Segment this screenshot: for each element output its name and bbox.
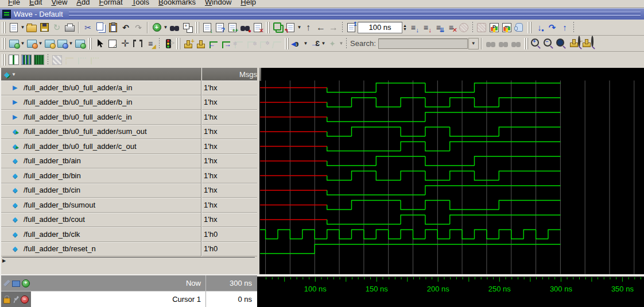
- zoom-range-icon[interactable]: ⌐: [580, 37, 593, 50]
- signal-name[interactable]: /full_adder_tb/cin: [24, 186, 80, 194]
- find-next-icon[interactable]: [497, 37, 510, 50]
- menu-item-bookmarks[interactable]: Bookmarks: [158, 0, 196, 6]
- toolbar-drag-handle[interactable]: [2, 22, 6, 33]
- save-icon[interactable]: [38, 21, 51, 34]
- toolbar-section-handle[interactable]: [88, 38, 92, 49]
- expand-items-icon[interactable]: +: [181, 21, 193, 34]
- sim-chip-orange-icon[interactable]: [25, 37, 38, 50]
- wave-group-dropdown-icon[interactable]: ▼: [11, 72, 16, 77]
- doc-delete-icon[interactable]: ✕: [251, 21, 264, 34]
- signal-row[interactable]: ▶/full_adder_tb/u0_full_adder/a_in: [1, 80, 201, 95]
- comment-stack-icon[interactable]: ↓: [201, 21, 214, 34]
- profile-p-icon[interactable]: P: [488, 21, 501, 34]
- signal-name[interactable]: /full_adder_tb/u0_full_adder/b_in: [24, 98, 132, 106]
- menu-item-help[interactable]: Help: [240, 0, 256, 6]
- run-continue-icon[interactable]: ≡↓: [420, 21, 432, 34]
- pause-hand-icon[interactable]: [513, 21, 526, 34]
- signal-value-cell[interactable]: 1'hx: [201, 154, 257, 169]
- menu-item-format[interactable]: Format: [99, 0, 122, 6]
- signal-value-cell[interactable]: 1'hx: [201, 110, 257, 125]
- signal-row[interactable]: ▶/full_adder_tb/u0_full_adder/c_in: [1, 110, 201, 125]
- find-all-icon[interactable]: [510, 37, 522, 50]
- menu-item-edit[interactable]: Edit: [29, 0, 42, 6]
- next-transition-dropdown-icon[interactable]: ▼: [321, 41, 326, 46]
- signal-name[interactable]: /full_adder_tb/ain: [24, 156, 81, 165]
- column-splitter[interactable]: [201, 68, 201, 274]
- signal-value-cell[interactable]: 1'hx: [201, 80, 257, 95]
- edge-right-icon[interactable]: →: [220, 37, 232, 50]
- run-all-icon[interactable]: ≡⇊: [432, 21, 445, 34]
- signal-row[interactable]: ◆/full_adder_tb/bin: [1, 168, 201, 183]
- search-dropdown-icon[interactable]: ▼: [468, 38, 479, 49]
- menu-item-file[interactable]: File: [8, 0, 20, 6]
- run-icon[interactable]: ≡↓: [407, 21, 420, 34]
- toolbar-drag-handle[interactable]: [2, 38, 6, 49]
- edit-cursor-icon[interactable]: [3, 280, 10, 287]
- restart-icon[interactable]: [475, 21, 488, 34]
- toolbar-drag-handle[interactable]: [2, 54, 6, 66]
- toolbar-section-handle[interactable]: [524, 38, 528, 49]
- search-input[interactable]: [378, 39, 468, 49]
- find-marked-icon[interactable]: ●: [239, 21, 251, 34]
- signal-row[interactable]: ◆/full_adder_tb/cin: [1, 183, 201, 198]
- signal-name[interactable]: /full_adder_tb/u0_full_adder/c_in: [24, 113, 132, 121]
- toolbar-section-handle[interactable]: [266, 22, 270, 33]
- wave-format-literal-icon[interactable]: [7, 53, 20, 66]
- prev-transition-icon[interactable]: ϶◀: [290, 37, 303, 50]
- pan-mode-icon[interactable]: ✛: [119, 37, 131, 50]
- stop-icon[interactable]: [457, 21, 470, 34]
- menu-item-view[interactable]: View: [51, 0, 67, 6]
- signal-name[interactable]: /full_adder_tb/sumout: [24, 201, 95, 209]
- lock-cursor-icon[interactable]: [3, 298, 10, 304]
- name-column-header[interactable]: ◆ ▼: [1, 68, 204, 81]
- zoom-cursor-icon[interactable]: [568, 37, 580, 50]
- signal-row[interactable]: ◆/full_adder_tb/cout: [1, 213, 201, 228]
- toolbar-section-handle[interactable]: [176, 38, 180, 49]
- wave-copy-icon[interactable]: ✲: [245, 37, 258, 50]
- signal-name[interactable]: /full_adder_tb/cout: [24, 215, 85, 224]
- arrow-back-icon[interactable]: ←: [315, 21, 327, 34]
- signal-value-cell[interactable]: 1'hx: [201, 95, 257, 110]
- sim-chip-dropdown-icon[interactable]: ▼: [38, 41, 43, 46]
- signal-row[interactable]: ◆/full_adder_tb/ain: [1, 154, 201, 169]
- traffic-light-icon[interactable]: ▷: [162, 37, 174, 50]
- sim-chip-gold-icon[interactable]: [43, 37, 56, 50]
- wave-format-logic-icon[interactable]: [20, 53, 33, 66]
- sim-chip-save-icon[interactable]: [56, 37, 68, 50]
- dock-grip-handle[interactable]: [69, 11, 641, 17]
- sim-chip-dropdown-icon[interactable]: ▼: [20, 41, 25, 46]
- run-length-spinner[interactable]: ▲▼: [403, 24, 407, 31]
- find-prev-icon[interactable]: [484, 37, 497, 50]
- messages-icon[interactable]: [12, 281, 20, 287]
- copy-icon[interactable]: [94, 21, 107, 34]
- find-binoculars-icon[interactable]: [168, 21, 181, 34]
- zoom-full-icon[interactable]: [555, 37, 568, 50]
- print-icon[interactable]: [63, 21, 76, 34]
- signal-row[interactable]: ◆/full_adder_tb/u0_full_adder/sum_out: [1, 125, 201, 140]
- signal-value-cell[interactable]: 1'hx: [201, 183, 257, 198]
- scroll-arrow-icon[interactable]: ▶: [2, 258, 6, 263]
- wave-insert-icon[interactable]: [270, 37, 283, 50]
- signal-value-cell[interactable]: 1'hx: [201, 168, 257, 183]
- select-pointer-icon[interactable]: [94, 37, 106, 50]
- step-into-icon[interactable]: ↓●: [533, 21, 546, 34]
- grid-pattern-icon[interactable]: [51, 53, 63, 66]
- signal-row[interactable]: ▶/full_adder_tb/u0_full_adder/b_in: [1, 95, 201, 110]
- new-doc-dropdown-icon[interactable]: ▼: [20, 25, 25, 30]
- redo-icon[interactable]: ↷: [132, 21, 145, 34]
- add-cursor-icon[interactable]: +: [22, 279, 30, 287]
- run-length-doc-icon[interactable]: ↥: [345, 21, 358, 34]
- new-doc-icon[interactable]: [7, 21, 20, 34]
- panel-splitter[interactable]: [257, 68, 259, 307]
- zoom-out-icon[interactable]: −: [542, 37, 555, 50]
- signal-value-cell[interactable]: 1'hx: [201, 125, 257, 140]
- cursor-row[interactable]: − Cursor 1 0 ns: [1, 291, 257, 307]
- signal-row[interactable]: ◆/full_adder_tb/u0_full_adder/c_out: [1, 139, 201, 154]
- stamp-icon[interactable]: [195, 37, 207, 50]
- signal-value-cell[interactable]: 1'h0: [201, 242, 257, 257]
- signal-name[interactable]: /full_adder_tb/u0_full_adder/sum_out: [24, 127, 147, 136]
- insert-marker-icon[interactable]: ✦: [326, 37, 339, 50]
- next-transition-icon[interactable]: →Ɛ: [308, 37, 321, 50]
- signal-value-cell[interactable]: 1'hx: [201, 213, 257, 228]
- signal-name[interactable]: /full_adder_tb/clk: [24, 230, 80, 239]
